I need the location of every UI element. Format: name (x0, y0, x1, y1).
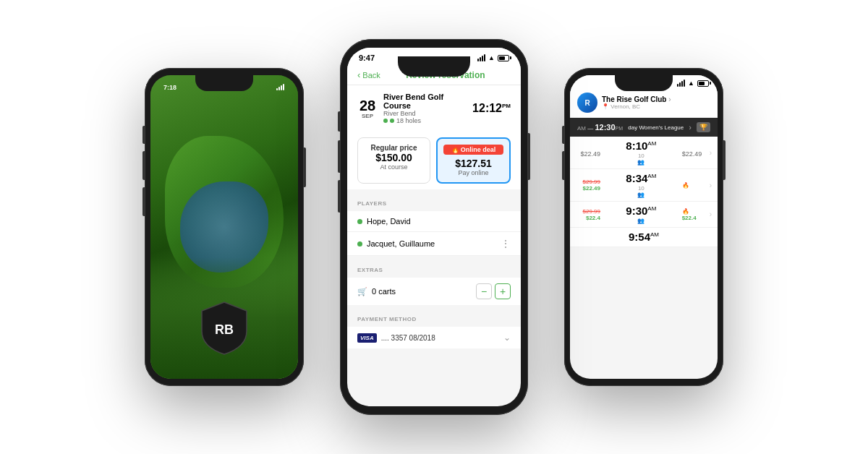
holes-label: 18 holes (396, 117, 421, 124)
tee-slot-3[interactable]: $29.99 $22.4 9:30AM 👥 🔥 $22.4 › (570, 202, 718, 228)
regular-sub: At course (364, 163, 424, 171)
center-status-icons: ▲ (477, 54, 509, 61)
pricing-section: Regular price $150.00 At course 🔥 Online… (347, 132, 521, 189)
cart-icon: 🛒 (357, 287, 367, 296)
reservation-header: 28 SEP River Bend Golf Course River Bend… (347, 85, 521, 132)
club-info: The Rise Golf Club › 📍 Vernon, BC (602, 95, 710, 110)
status-time-left: 7:18 (163, 84, 176, 91)
signal-icon-right (677, 80, 685, 87)
club-name: The Rise Golf Club › (602, 95, 710, 103)
trophy-icon: 🏆 (697, 122, 710, 132)
players-icon-2: 👥 (603, 192, 679, 198)
back-button[interactable]: ‹ Back (357, 69, 380, 80)
logo-shield: RB (199, 299, 250, 357)
players-icon-3: 👥 (603, 218, 679, 224)
player-dot-icon-2 (357, 241, 362, 247)
online-price-card[interactable]: 🔥 Online deal $127.51 Pay online (436, 137, 511, 184)
club-location: 📍 Vernon, BC (602, 103, 710, 110)
price-right-1: $22.49 (682, 146, 707, 159)
status-bar-left: 7:18 (163, 84, 285, 91)
phone-right: ▲ R The Rise Golf Club › 📍 Vernon, BC (564, 68, 723, 386)
course-info: River Bend Golf Course River Bend 18 hol… (383, 93, 467, 124)
tee-time-center-1: 8:10AM 10 👥 (603, 140, 679, 166)
visa-icon: VISA (357, 333, 377, 343)
qty-controls: − + (476, 283, 511, 299)
player-row-2[interactable]: Jacquet, Guillaume ⋮ (347, 232, 521, 256)
tee-slot-1[interactable]: $22.49 8:10AM 10 👥 $22.49 › (570, 137, 718, 169)
tee-time-ampm: PM (502, 103, 511, 109)
tee-time-value: 12:12 (472, 102, 502, 114)
phone-right-screen: ▲ R The Rise Golf Club › 📍 Vernon, BC (570, 75, 718, 379)
tee-count-2: 10 (603, 185, 679, 192)
phone-center: 9:47 ▲ ‹ Back Review reservation (340, 39, 528, 415)
date-block: 28 SEP (357, 98, 378, 119)
date-month: SEP (357, 113, 378, 119)
back-chevron-icon: ‹ (357, 69, 360, 80)
arrow-slot-3: › (710, 210, 712, 218)
players-icon-1: 👥 (603, 159, 679, 166)
tee-time-main-4: 9:54AM (603, 231, 684, 244)
tee-time-center-3: 9:30AM 👥 (603, 205, 679, 224)
extras-carts: 0 carts (372, 287, 472, 296)
signal-icon-left (276, 85, 285, 90)
tee-time-center-4: 9:54AM (603, 231, 684, 244)
league-banner: AM — 12:30PM day Women's League › 🏆 (570, 118, 718, 137)
price-left-1: $22.49 (576, 146, 600, 159)
online-amount: $127.51 (443, 158, 503, 169)
qty-plus-button[interactable]: + (495, 283, 511, 299)
course-location: River Bend (383, 110, 467, 117)
qty-minus-button[interactable]: − (476, 283, 492, 299)
club-location-text: Vernon, BC (610, 103, 640, 110)
tee-count-1: 10 (603, 153, 679, 159)
phones-container: 7:18 RB (109, 25, 760, 429)
player2-name: Jacquet, Guillaume (367, 239, 496, 248)
wifi-icon-right: ▲ (688, 80, 694, 87)
golf-background: 7:18 RB (150, 75, 298, 379)
regular-price-card[interactable]: Regular price $150.00 At course (357, 137, 430, 184)
holes-info: 18 holes (383, 117, 467, 124)
price-right-2: 🔥 (682, 182, 707, 189)
more-options-icon[interactable]: ⋮ (501, 238, 511, 249)
regular-label: Regular price (364, 144, 424, 152)
online-badge: 🔥 Online deal (443, 145, 503, 155)
price-left-2: $29.99 $22.49 (576, 179, 600, 192)
date-day: 28 (357, 98, 378, 113)
arrow-slot-2: › (710, 181, 712, 189)
payment-label: PAYMENT METHOD (357, 316, 417, 322)
wifi-icon: ▲ (488, 54, 495, 61)
tee-time-main-3: 9:30AM (603, 205, 679, 218)
phone-left-screen: 7:18 RB (150, 75, 298, 379)
battery-icon (498, 55, 509, 61)
battery-icon-right (697, 80, 709, 87)
payment-details: .... 3357 08/2018 (381, 334, 499, 342)
price-left-3: $29.99 $22.4 (576, 208, 600, 221)
regular-amount: $150.00 (364, 152, 424, 163)
chevron-down-icon[interactable]: ⌄ (503, 333, 511, 343)
extras-section-header: EXTRAS (347, 256, 521, 278)
tee-slot-2[interactable]: $29.99 $22.49 8:34AM 10 👥 🔥 › (570, 169, 718, 202)
center-time: 9:47 (359, 53, 375, 62)
extras-row: 🛒 0 carts − + (347, 278, 521, 305)
notch-center (398, 56, 470, 77)
green-dot-icon (383, 119, 388, 123)
fire-icon: 🔥 (451, 146, 459, 153)
league-name: day Women's League (628, 124, 684, 131)
notch-right (615, 75, 673, 91)
online-badge-label: Online deal (461, 146, 496, 153)
green-dot2-icon (390, 119, 394, 123)
tee-slot-4[interactable]: 9:54AM (570, 228, 718, 247)
online-sub: Pay online (443, 169, 503, 176)
player-row-1: Hope, David (347, 211, 521, 232)
svg-text:RB: RB (215, 322, 234, 337)
payment-row[interactable]: VISA .... 3357 08/2018 ⌄ (347, 327, 521, 348)
players-section-header: PLAYERS (347, 189, 521, 211)
course-name: River Bend Golf Course (383, 93, 467, 110)
back-label: Back (362, 71, 380, 80)
status-icons-left (276, 85, 285, 90)
tee-time-display: 12:12PM (472, 102, 511, 115)
tee-time-center-2: 8:34AM 10 👥 (603, 172, 679, 198)
player1-name: Hope, David (367, 217, 511, 226)
tee-time-main-1: 8:10AM (603, 140, 679, 153)
player-dot-icon-1 (357, 219, 362, 224)
players-label: PLAYERS (357, 200, 387, 207)
